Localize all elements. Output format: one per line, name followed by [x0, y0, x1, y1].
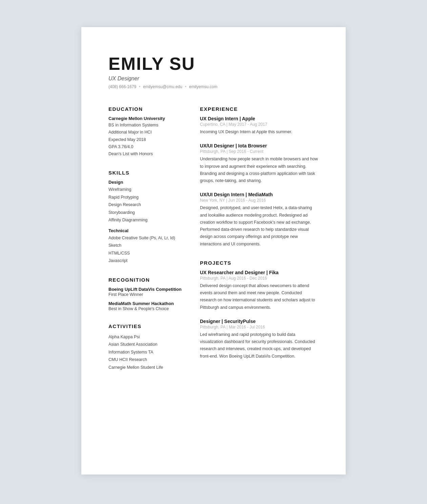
exp-desc: Incoming UX Design Intern at Apple this … [200, 128, 319, 136]
exp-meta: New York, NY | Jun 2016 - Aug 2016 [200, 198, 319, 203]
candidate-name: EMILY SU [108, 54, 319, 74]
education-institution: Carnegie Mellon University [108, 116, 183, 121]
skill-item: Adobe Creative Suite (Ps, Ai, Lr, Id) [108, 234, 183, 242]
phone: (408) 666-1679 [108, 84, 136, 89]
header-section: EMILY SU UX Designer (408) 666-1679 • em… [108, 54, 319, 89]
experience-item-1: UX/UI Designer | Iota Browser Pittsburgh… [200, 143, 319, 184]
contact-info: (408) 666-1679 • emilyemsu@cmu.edu • emi… [108, 84, 319, 89]
project-title: UX Researcher and Designer | Fika [200, 270, 319, 275]
skill-item: Storyboarding [108, 209, 183, 217]
experience-section: EXPERIENCE UX Design Intern | Apple Cupe… [200, 106, 319, 248]
experience-item-2: UX/UI Design Intern | MediaMath New York… [200, 192, 319, 248]
dot2: • [185, 84, 186, 89]
recognition-item-0: Boeing UpLift DataVis Competition First … [108, 287, 183, 297]
education-detail-4: Dean's List with Honors [108, 150, 183, 158]
activity-item: Carnegie Mellon Student Life [108, 364, 183, 371]
skill-item: Rapid Protyping [108, 194, 183, 201]
activity-item: CMU HCII Research [108, 356, 183, 364]
activity-item: Asian Student Association [108, 341, 183, 348]
recognition-item-1: MediaMath Summer Hackathon Best in Show … [108, 301, 183, 311]
education-detail-1: Additional Major in HCI [108, 129, 183, 136]
education-detail-2: Expected May 2018 [108, 136, 183, 143]
experience-section-title: EXPERIENCE [200, 106, 319, 112]
project-meta: Pittsburgh, PA | Mar 2016 - Jul 2016 [200, 325, 319, 329]
project-item-0: UX Researcher and Designer | Fika Pittsb… [200, 270, 319, 311]
exp-meta: Pittsburgh, PA | Sep 2016 - Current [200, 149, 319, 154]
activities-list: Alpha Kappa Psi Asian Student Associatio… [108, 333, 183, 371]
project-title: Designer | SecurityPulse [200, 319, 319, 324]
education-detail-0: BS in Information Systems [108, 122, 183, 129]
skills-design-category: Design [108, 180, 183, 185]
left-column: EDUCATION Carnegie Mellon University BS … [108, 106, 183, 383]
recognition-item-sub: First Place Winner [108, 292, 183, 297]
skills-design-list: Wireframing Rapid Protyping Design Resea… [108, 186, 183, 224]
project-item-1: Designer | SecurityPulse Pittsburgh, PA … [200, 319, 319, 360]
exp-title: UX Design Intern | Apple [200, 116, 319, 121]
candidate-title: UX Designer [108, 76, 319, 82]
education-title: EDUCATION [108, 106, 183, 112]
education-section: EDUCATION Carnegie Mellon University BS … [108, 106, 183, 158]
projects-section-title: PROJECTS [200, 260, 319, 266]
recognition-section: RECOGNITION Boeing UpLift DataVis Compet… [108, 277, 183, 311]
exp-desc: Designed, prototyped, and user-tested He… [200, 204, 319, 248]
website: emilyemsu.com [189, 84, 217, 89]
skills-section: SKILLS Design Wireframing Rapid Protypin… [108, 170, 183, 265]
activity-item: Alpha Kappa Psi [108, 333, 183, 341]
skills-technical-list: Adobe Creative Suite (Ps, Ai, Lr, Id) Sk… [108, 234, 183, 265]
skill-item: Javascript [108, 257, 183, 265]
activities-title: ACTIVITIES [108, 323, 183, 329]
recognition-title: RECOGNITION [108, 277, 183, 283]
project-meta: Pittsburgh, PA | Aug 2016 - Dec 2016 [200, 276, 319, 281]
education-detail-3: GPA 3.76/4.0 [108, 143, 183, 150]
email: emilyemsu@cmu.edu [143, 84, 182, 89]
skill-item: Sketch [108, 242, 183, 249]
skill-item: HTML/CSS [108, 249, 183, 257]
body-section: EDUCATION Carnegie Mellon University BS … [108, 106, 319, 383]
skill-item: Wireframing [108, 186, 183, 194]
dot1: • [139, 84, 140, 89]
project-desc: Delivered design concept that allows new… [200, 282, 319, 311]
activity-item: Information Systems TA [108, 348, 183, 356]
recognition-item-title: Boeing UpLift DataVis Competition [108, 287, 183, 292]
skills-technical-category: Technical [108, 228, 183, 233]
project-desc: Led wireframing and rapid prototyping to… [200, 331, 319, 360]
projects-section: PROJECTS UX Researcher and Designer | Fi… [200, 260, 319, 360]
recognition-item-sub: Best in Show & People's Choice [108, 306, 183, 311]
right-column: EXPERIENCE UX Design Intern | Apple Cupe… [200, 106, 319, 383]
resume-page: EMILY SU UX Designer (408) 666-1679 • em… [81, 27, 346, 475]
exp-desc: Understanding how people search in mobil… [200, 156, 319, 184]
exp-title: UX/UI Design Intern | MediaMath [200, 192, 319, 197]
skills-title: SKILLS [108, 170, 183, 176]
exp-title: UX/UI Designer | Iota Browser [200, 143, 319, 148]
recognition-item-title: MediaMath Summer Hackathon [108, 301, 183, 306]
activities-section: ACTIVITIES Alpha Kappa Psi Asian Student… [108, 323, 183, 371]
skill-item: Design Research [108, 201, 183, 209]
skill-item: Affinity Diagramming [108, 216, 183, 224]
experience-item-0: UX Design Intern | Apple Cupertino, CA |… [200, 116, 319, 136]
exp-meta: Cupertino, CA | May 2017 - Aug 2017 [200, 122, 319, 127]
